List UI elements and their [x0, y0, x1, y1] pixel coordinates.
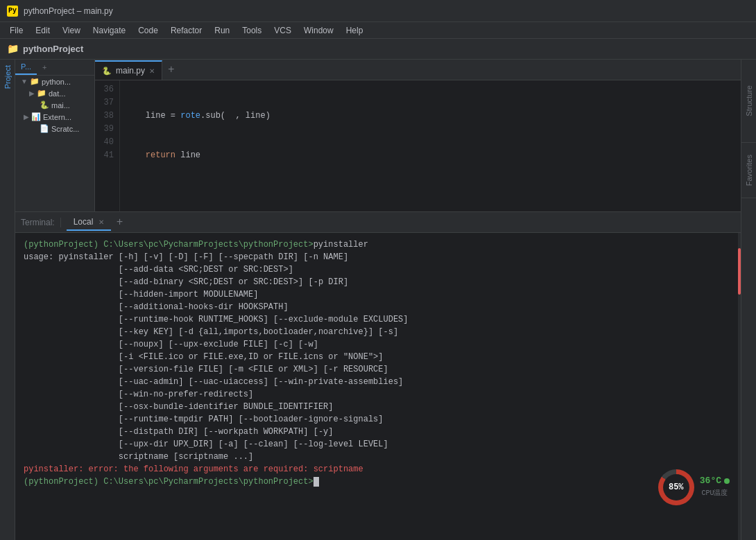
- line-numbers: 36 37 38 39 40 41: [95, 80, 120, 211]
- menu-code[interactable]: Code: [132, 24, 164, 37]
- sidebar-tab-project[interactable]: P...: [15, 60, 37, 75]
- menu-tools[interactable]: Tools: [237, 24, 267, 37]
- dat-folder-icon: 📁: [37, 89, 46, 98]
- term-line-1: usage: pyinstaller [-h] [-v] [-D] [-F] […: [24, 251, 732, 263]
- cpu-temp-label: CPU温度: [701, 487, 728, 500]
- terminal-area: Terminal: Local ✕ + (pythonProject) C:\U…: [15, 212, 741, 540]
- favorites-panel: Favorites: [741, 143, 756, 198]
- menu-edit[interactable]: Edit: [30, 24, 55, 37]
- term-line-16: [--upx-dir UPX_DIR] [-a] [--clean] [--lo…: [24, 438, 732, 451]
- menu-run[interactable]: Run: [209, 24, 235, 37]
- term-line-17: scriptname [scriptname ...]: [24, 451, 732, 463]
- titlebar: Py pythonProject – main.py: [0, 0, 756, 22]
- file-tree-sidebar: P... + ▼ 📁 python... ▶ 📁 dat...: [15, 60, 95, 211]
- cpu-temp-display: 36°C CPU温度: [700, 475, 730, 500]
- menu-view[interactable]: View: [57, 24, 86, 37]
- root-folder-icon: 📁: [30, 77, 40, 86]
- tree-item-main[interactable]: 🐍 mai...: [15, 99, 94, 111]
- main-file-icon: 🐍: [40, 101, 49, 110]
- menu-vcs[interactable]: VCS: [268, 24, 297, 37]
- term-line-6: [--runtime-hook RUNTIME_HOOKS] [--exclud…: [24, 313, 732, 326]
- term-line-7: [--key KEY] [-d {all,imports,bootloader,…: [24, 326, 732, 338]
- structure-label[interactable]: Structure: [745, 85, 753, 116]
- tree-root[interactable]: ▼ 📁 python...: [15, 76, 94, 87]
- main-layout: Project P... + ▼ 📁 python...: [0, 60, 756, 540]
- structure-panel: Structure: [741, 60, 756, 143]
- extern-folder-icon: 📊: [31, 112, 41, 121]
- terminal-tabs-bar: Terminal: Local ✕ +: [15, 212, 741, 233]
- menu-refactor[interactable]: Refactor: [165, 24, 207, 37]
- app-icon: Py: [7, 6, 18, 17]
- editor-tabs-bar: 🐍 main.py ✕ +: [95, 60, 741, 80]
- menubar: File Edit View Navigate Code Refactor Ru…: [0, 22, 756, 39]
- term-line-3: [--add-binary <SRC;DEST or SRC:DEST>] [-…: [24, 276, 732, 288]
- menu-file[interactable]: File: [4, 24, 28, 37]
- term-line-20: (pythonProject) C:\Users\pc\PycharmProje…: [24, 476, 732, 488]
- right-sidebar: Structure Favorites: [741, 60, 756, 540]
- expand-icon-extern: ▶: [24, 113, 29, 121]
- scratch-file-icon: 📄: [40, 124, 49, 133]
- project-name: pythonProject: [23, 44, 83, 54]
- term-line-2: [--add-data <SRC;DEST or SRC:DEST>]: [24, 263, 732, 276]
- cursor: [313, 477, 319, 487]
- file-tab-icon: 🐍: [102, 67, 112, 76]
- term-line-11: [--uac-admin] [--uac-uiaccess] [--win-pr…: [24, 376, 732, 388]
- term-line-14: [--runtime-tmpdir PATH] [--bootloader-ig…: [24, 413, 732, 426]
- add-terminal-button[interactable]: +: [114, 216, 126, 229]
- term-line-8: [--noupx] [--upx-exclude FILE] [-c] [-w]: [24, 338, 732, 351]
- cpu-temp-value: 36°C: [700, 475, 721, 487]
- cpu-percent: 85%: [663, 474, 689, 500]
- cpu-widget: 85% 36°C CPU温度: [658, 469, 730, 505]
- terminal-tab-close[interactable]: ✕: [98, 218, 104, 226]
- project-bar: 📁 pythonProject: [0, 39, 756, 60]
- menu-navigate[interactable]: Navigate: [87, 24, 131, 37]
- project-folder-icon: 📁: [7, 43, 19, 55]
- code-editor: 🐍 main.py ✕ + 36 37 38 39 40 41: [95, 60, 741, 211]
- term-line-15: [--distpath DIR] [--workpath WORKPATH] […: [24, 426, 732, 438]
- expand-icon: ▼: [21, 78, 28, 85]
- new-tab-button[interactable]: +: [162, 60, 180, 80]
- temp-dot-icon: [724, 478, 730, 484]
- cpu-circle: 85%: [658, 469, 694, 505]
- term-line-5: [--additional-hooks-dir HOOKSPATH]: [24, 301, 732, 313]
- editor-area: P... + ▼ 📁 python... ▶ 📁 dat...: [15, 60, 741, 212]
- tree-item-dat[interactable]: ▶ 📁 dat...: [15, 87, 94, 99]
- menu-window[interactable]: Window: [298, 24, 339, 37]
- favorites-label[interactable]: Favorites: [745, 155, 753, 186]
- tab-main-py[interactable]: 🐍 main.py ✕: [95, 60, 162, 80]
- expand-icon-dat: ▶: [29, 89, 35, 97]
- terminal-tab-local[interactable]: Local ✕: [67, 214, 111, 231]
- term-line-12: [--win-no-prefer-redirects]: [24, 388, 732, 401]
- term-line-9: [-i <FILE.ico or FILE.exe,ID or FILE.icn…: [24, 351, 732, 363]
- term-line-13: [--osx-bundle-identifier BUNDLE_IDENTIFI…: [24, 401, 732, 413]
- window-title: pythonProject – main.py: [24, 6, 113, 16]
- left-panel: Project: [0, 60, 15, 540]
- tree-item-scratch[interactable]: 📄 Scratc...: [15, 123, 94, 134]
- term-line-10: [--version-file FILE] [-m <FILE or XML>]…: [24, 363, 732, 376]
- sidebar-tabs: P... +: [15, 60, 94, 76]
- term-line-4: [--hidden-import MODULENAME]: [24, 288, 732, 301]
- terminal-content[interactable]: (pythonProject) C:\Users\pc\PycharmProje…: [15, 233, 741, 540]
- tab-close-btn[interactable]: ✕: [149, 67, 155, 75]
- code-content: 36 37 38 39 40 41 line = rote.sub( , lin…: [95, 80, 741, 211]
- code-lines[interactable]: line = rote.sub( , line) return line # 中…: [120, 80, 741, 211]
- term-line-18: pyinstaller: error: the following argume…: [24, 463, 732, 476]
- tree-item-extern[interactable]: ▶ 📊 Extern...: [15, 111, 94, 123]
- terminal-label: Terminal:: [21, 218, 61, 227]
- project-panel-label[interactable]: Project: [2, 62, 13, 92]
- sidebar-add-btn[interactable]: +: [37, 60, 52, 75]
- code-line-37: return line: [126, 149, 735, 162]
- menu-help[interactable]: Help: [341, 24, 369, 37]
- term-line-0: (pythonProject) C:\Users\pc\PycharmProje…: [24, 238, 732, 251]
- content-area: P... + ▼ 📁 python... ▶ 📁 dat...: [15, 60, 741, 540]
- code-line-36: line = rote.sub( , line): [126, 110, 735, 123]
